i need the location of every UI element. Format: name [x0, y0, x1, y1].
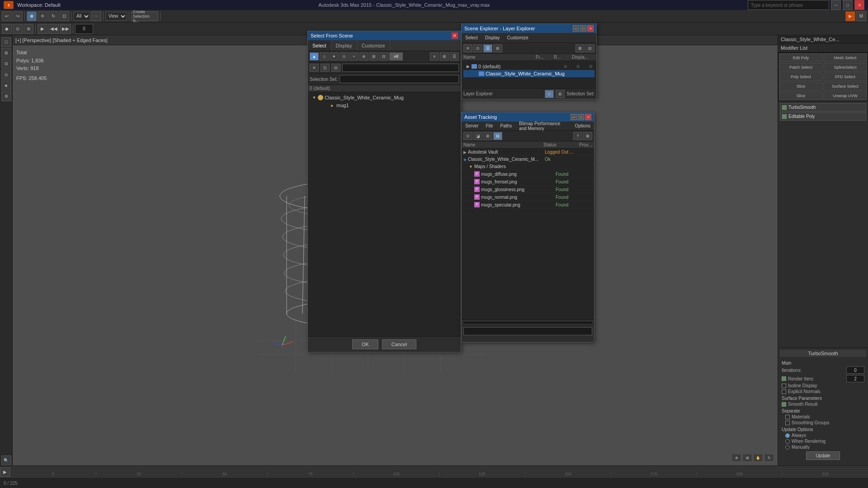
view-select[interactable]: View [105, 12, 127, 21]
ts-materials-checkbox[interactable] [785, 415, 790, 419]
filter-shapes-btn[interactable]: ◇ [320, 52, 329, 61]
undo-btn[interactable]: ↩ [2, 11, 12, 21]
select-tab-display[interactable]: Display [331, 40, 357, 51]
scene-explorer-title-bar[interactable]: Scene Explorer - Layer Explorer ─ □ ✕ [462, 24, 596, 33]
se-icon6[interactable]: ⊟ [585, 44, 594, 52]
filter-particles-btn[interactable]: ⊞ [369, 52, 378, 61]
at-path-input[interactable] [463, 327, 592, 335]
at-bitmap-menu[interactable]: Bitmap Performance and Memory [517, 120, 569, 132]
list-type-btn[interactable]: ☰ [450, 52, 459, 61]
select-tab-select[interactable]: Select [308, 40, 331, 51]
zoom-selected[interactable]: ⊠ [742, 454, 752, 462]
se-maximize-btn[interactable]: □ [580, 25, 586, 32]
redo-btn[interactable]: ↪ [13, 11, 23, 21]
minimize-btn[interactable]: ─ [831, 0, 841, 10]
ts-smoothing-groups-checkbox[interactable] [785, 421, 790, 425]
se-layer-default-expand[interactable]: ▶ [465, 64, 471, 69]
move-tool[interactable]: ✛ [38, 11, 47, 21]
at-row-diffuse[interactable]: P mugs_diffuse.png Found [462, 170, 594, 178]
ts-update-btn[interactable]: Update [806, 451, 840, 460]
se-icon4[interactable]: ⊞ [493, 44, 502, 52]
ts-smooth-result-checkbox[interactable] [782, 402, 786, 407]
unwrap-uvw-btn[interactable]: Unwrap UVW [823, 91, 867, 100]
timeline-track[interactable]: 0 25 50 75 100 125 150 175 200 225 [10, 466, 868, 478]
se-minimize-btn[interactable]: ─ [573, 25, 579, 32]
rotate-tool[interactable]: ↻ [48, 11, 58, 21]
search-options-btn[interactable]: ⊟ [331, 64, 340, 72]
zoom-extents[interactable]: ⊕ [731, 454, 741, 462]
at-scrollbar[interactable] [462, 319, 594, 325]
ts-manually-radio[interactable]: Manually [785, 445, 864, 450]
at-maximize-btn[interactable]: □ [578, 114, 584, 120]
cancel-btn[interactable]: Cancel [382, 339, 416, 349]
editable-poly-checkbox[interactable] [782, 114, 787, 119]
close-btn[interactable]: ✕ [854, 0, 864, 10]
at-row-maxfile[interactable]: ◈ Classic_Style_White_Ceramic_M... Ok [462, 156, 594, 163]
key-btn[interactable]: ◆ [2, 24, 12, 34]
edit-poly-btn[interactable]: Edit Poly [779, 53, 823, 62]
select-tool[interactable]: ⊕ [27, 11, 37, 21]
set-key-btn[interactable]: ⊛ [24, 24, 33, 34]
at-row-normal[interactable]: P mugs_normal.png Found [462, 193, 594, 201]
select-tab-customize[interactable]: Customize [357, 40, 390, 51]
stack-item-editable-poly[interactable]: Editable Poly [780, 112, 866, 121]
app-icon[interactable]: 3 [4, 1, 14, 9]
play-btn[interactable]: ▶ [38, 24, 47, 34]
se-customize-menu[interactable]: Customize [505, 34, 530, 41]
at-row-glossiness[interactable]: P mugs_glossiness.png Found [462, 186, 594, 193]
search-type-btn[interactable]: ⊡ [321, 64, 330, 72]
tree-expand-root[interactable]: ▼ [311, 95, 317, 100]
at-scroll-track[interactable] [462, 321, 593, 324]
render-scene-btn[interactable]: Create Selection S... [131, 11, 158, 21]
ts-explicit-normals-checkbox[interactable] [782, 389, 786, 394]
select-dialog-title-bar[interactable]: Select From Scene ✕ [308, 31, 461, 40]
slice-btn[interactable]: Slice [779, 82, 823, 91]
at-content[interactable]: ▶ Autodesk Vault Logged Out ... ◈ Classi… [462, 149, 594, 319]
filter-bones-btn[interactable]: ⊟ [379, 52, 388, 61]
se-sync-btn[interactable]: ⊙ [545, 90, 554, 98]
ts-when-rendering-radio-dot[interactable] [785, 439, 790, 444]
filter-cameras-btn[interactable]: ⊙ [340, 52, 349, 61]
at-icon2[interactable]: ◪ [473, 132, 482, 140]
turbosmooth-checkbox[interactable] [782, 105, 787, 110]
pan-view[interactable]: ✋ [753, 454, 763, 462]
ts-iterations-input[interactable] [846, 366, 864, 374]
se-icon5[interactable]: ⊠ [576, 44, 585, 52]
se-layer-mug-expand[interactable] [472, 71, 478, 76]
at-icon3[interactable]: ⊞ [483, 132, 492, 140]
material-editor-btn[interactable]: M [856, 11, 866, 21]
ffd-select-btn[interactable]: FFD Select [823, 72, 867, 81]
at-icon1[interactable]: ⊙ [463, 132, 472, 140]
at-help-btn[interactable]: ? [573, 132, 582, 140]
se-icon2[interactable]: ⊙ [473, 44, 482, 52]
stack-item-turbosmooth[interactable]: TurboSmooth [780, 103, 866, 112]
snap-toggle[interactable]: ⋯ [91, 11, 101, 21]
at-row-specular[interactable]: P mugs_specular.png Found [462, 201, 594, 209]
at-paths-menu[interactable]: Paths [499, 122, 514, 129]
at-server-menu[interactable]: Server [463, 122, 480, 129]
se-select-menu[interactable]: Select [463, 34, 480, 41]
time-input[interactable]: 0 [75, 24, 93, 34]
sidebar-utilities[interactable]: ⚙ [1, 91, 11, 101]
spline-select-btn[interactable]: SplineSelect [823, 63, 867, 72]
at-minimize-btn[interactable]: ─ [571, 114, 577, 120]
options-btn[interactable]: ⊞ [440, 52, 449, 61]
tree-item-mug1[interactable]: ● mug1 [310, 101, 459, 109]
maximize-btn[interactable]: □ [843, 0, 853, 10]
surface-select-btn[interactable]: Surface Select [823, 82, 867, 91]
filter-select[interactable]: All [73, 12, 90, 21]
at-row-vault[interactable]: ▶ Autodesk Vault Logged Out ... [462, 149, 594, 156]
se-content[interactable]: ▶ 0 (default) ⊙ ⊙ ⊙ Classic_Style_White_… [462, 61, 596, 88]
ts-when-rendering-radio[interactable]: When Rendering [785, 439, 864, 444]
filter-lights-btn[interactable]: ✦ [330, 52, 339, 61]
at-row-frensel[interactable]: P mugs_frensel.png Found [462, 178, 594, 186]
at-row-maps[interactable]: ▼ Maps / Shaders [462, 163, 594, 170]
se-layer-mug[interactable]: Classic_Style_White_Ceramic_Mug [463, 70, 594, 77]
select-dialog-close[interactable]: ✕ [452, 33, 458, 39]
next-frame-btn[interactable]: ▶▶ [60, 24, 71, 34]
prev-frame-btn[interactable]: ◀◀ [48, 24, 59, 34]
ts-always-radio[interactable]: Always [785, 433, 864, 438]
at-options-menu[interactable]: Options [573, 122, 592, 129]
se-filter-btn[interactable]: ⊞ [556, 90, 565, 98]
scale-tool[interactable]: ⊡ [59, 11, 69, 21]
